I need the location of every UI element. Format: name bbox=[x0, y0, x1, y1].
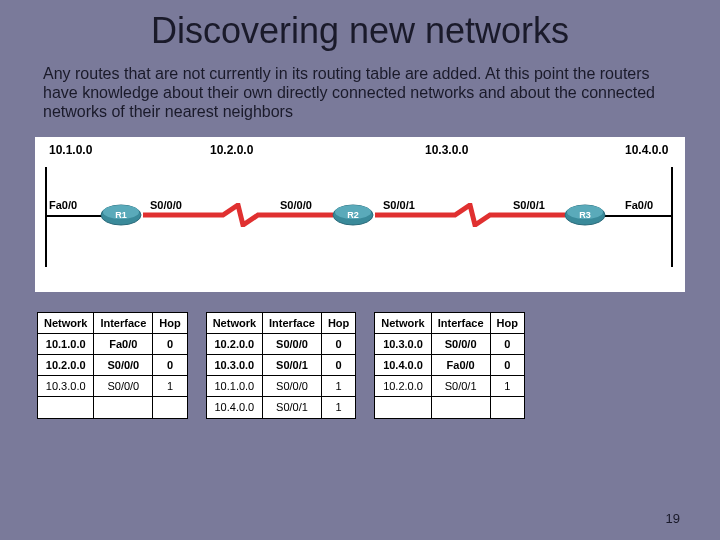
table-row: 10.3.0.0S0/0/10 bbox=[206, 354, 356, 375]
slide: Discovering new networks Any routes that… bbox=[0, 0, 720, 540]
th-hop: Hop bbox=[490, 312, 524, 333]
table-row-empty bbox=[375, 396, 525, 418]
network-label-2: 10.2.0.0 bbox=[210, 143, 253, 157]
network-diagram: 10.1.0.0 10.2.0.0 10.3.0.0 10.4.0.0 Fa0/… bbox=[35, 137, 685, 292]
th-network: Network bbox=[375, 312, 431, 333]
slide-title: Discovering new networks bbox=[35, 10, 685, 52]
if-r1-left: Fa0/0 bbox=[49, 199, 77, 211]
network-label-3: 10.3.0.0 bbox=[425, 143, 468, 157]
vbar-4 bbox=[671, 167, 673, 267]
router-label-r2: R2 bbox=[343, 210, 363, 220]
page-number: 19 bbox=[666, 511, 680, 526]
table-row-empty bbox=[38, 396, 188, 418]
network-label-4: 10.4.0.0 bbox=[625, 143, 668, 157]
network-label-1: 10.1.0.0 bbox=[49, 143, 92, 157]
slide-body: Any routes that are not currently in its… bbox=[35, 64, 685, 122]
table-row: 10.3.0.0S0/0/01 bbox=[38, 375, 188, 396]
table-row: 10.1.0.0Fa0/00 bbox=[38, 333, 188, 354]
table-header-row: Network Interface Hop bbox=[206, 312, 356, 333]
table-header-row: Network Interface Hop bbox=[38, 312, 188, 333]
th-hop: Hop bbox=[153, 312, 187, 333]
table-row: 10.2.0.0S0/0/00 bbox=[206, 333, 356, 354]
th-network: Network bbox=[38, 312, 94, 333]
routing-table-r1: Network Interface Hop 10.1.0.0Fa0/00 10.… bbox=[37, 312, 188, 419]
th-hop: Hop bbox=[321, 312, 355, 333]
if-r3-right: Fa0/0 bbox=[625, 199, 653, 211]
table-header-row: Network Interface Hop bbox=[375, 312, 525, 333]
table-row: 10.4.0.0Fa0/00 bbox=[375, 354, 525, 375]
serial-link-1 bbox=[143, 203, 333, 227]
th-network: Network bbox=[206, 312, 262, 333]
routing-table-r2: Network Interface Hop 10.2.0.0S0/0/00 10… bbox=[206, 312, 357, 419]
table-row: 10.1.0.0S0/0/01 bbox=[206, 376, 356, 397]
router-label-r1: R1 bbox=[111, 210, 131, 220]
router-label-r3: R3 bbox=[575, 210, 595, 220]
table-row: 10.2.0.0S0/0/11 bbox=[375, 375, 525, 396]
routing-table-r3: Network Interface Hop 10.3.0.0S0/0/00 10… bbox=[374, 312, 525, 419]
link-left-stub bbox=[45, 215, 105, 217]
th-interface: Interface bbox=[94, 312, 153, 333]
table-row: 10.3.0.0S0/0/00 bbox=[375, 333, 525, 354]
serial-link-2 bbox=[375, 203, 565, 227]
vbar-1 bbox=[45, 167, 47, 267]
routing-tables: Network Interface Hop 10.1.0.0Fa0/00 10.… bbox=[35, 312, 685, 419]
link-right-stub bbox=[605, 215, 671, 217]
th-interface: Interface bbox=[431, 312, 490, 333]
th-interface: Interface bbox=[263, 312, 322, 333]
table-row: 10.4.0.0S0/0/11 bbox=[206, 397, 356, 418]
table-row: 10.2.0.0S0/0/00 bbox=[38, 354, 188, 375]
